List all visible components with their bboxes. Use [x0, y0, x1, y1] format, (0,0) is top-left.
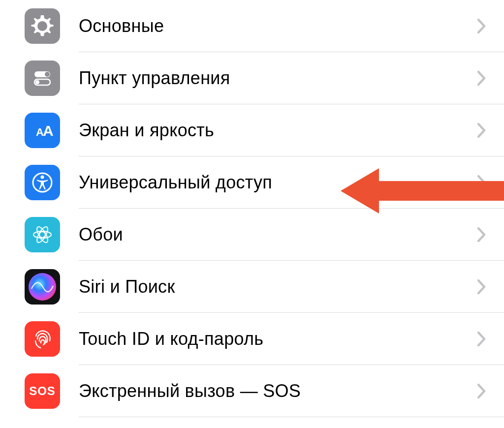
svg-point-3: [35, 80, 39, 84]
chevron-right-icon: [477, 71, 486, 86]
row-label: Обои: [79, 224, 477, 245]
svg-point-9: [33, 231, 51, 238]
chevron-right-icon: [477, 332, 486, 346]
gear-icon: [25, 8, 60, 44]
row-touchid[interactable]: Touch ID и код-пароль: [0, 313, 504, 365]
row-accessibility[interactable]: Универсальный доступ: [0, 156, 504, 209]
row-sos[interactable]: SOS Экстренный вызов — SOS: [0, 365, 504, 417]
chevron-right-icon: [477, 19, 486, 33]
row-label: Siri и Поиск: [79, 276, 477, 297]
row-label: Универсальный доступ: [79, 172, 477, 193]
row-control-center[interactable]: Пункт управления: [0, 52, 504, 104]
toggles-icon: [25, 61, 60, 96]
row-label: Пункт управления: [79, 68, 477, 89]
sos-icon: SOS: [25, 373, 60, 409]
svg-point-1: [45, 72, 50, 77]
row-label: Touch ID и код-пароль: [79, 329, 477, 349]
row-siri[interactable]: Siri и Поиск: [0, 261, 504, 313]
chevron-right-icon: [477, 384, 486, 398]
chevron-right-icon: [477, 279, 486, 294]
svg-text:SOS: SOS: [29, 384, 56, 397]
chevron-right-icon: [477, 123, 486, 138]
row-label: Экстренный вызов — SOS: [79, 381, 477, 401]
text-size-icon: A A: [25, 113, 60, 148]
siri-icon: [25, 269, 60, 305]
chevron-right-icon: [477, 227, 486, 242]
row-general[interactable]: Основные: [0, 0, 504, 52]
row-label: Экран и яркость: [79, 120, 477, 141]
row-label: Основные: [79, 16, 477, 36]
wallpaper-icon: [25, 217, 60, 252]
chevron-right-icon: [477, 175, 486, 190]
svg-text:A: A: [43, 122, 54, 139]
row-display[interactable]: A A Экран и яркость: [0, 104, 504, 156]
accessibility-icon: [25, 165, 60, 200]
fingerprint-icon: [25, 321, 60, 357]
divider: [79, 417, 504, 417]
row-wallpaper[interactable]: Обои: [0, 209, 504, 261]
settings-list: Основные Пункт управления A A: [0, 0, 504, 417]
svg-point-7: [41, 176, 44, 179]
svg-point-8: [39, 232, 45, 238]
